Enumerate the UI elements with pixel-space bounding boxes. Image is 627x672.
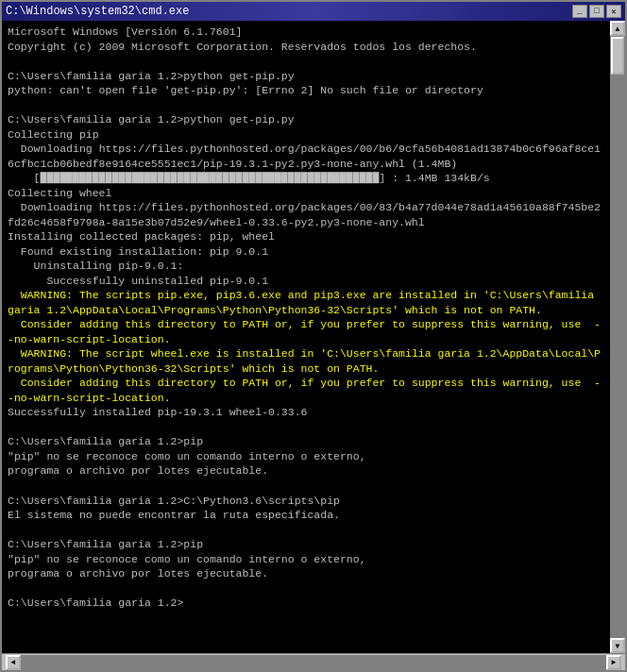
h-scrollbar-track[interactable] <box>21 655 606 670</box>
console-line: WARNING: The scripts pip.exe, pip3.6.exe… <box>8 289 601 316</box>
console-line: El sistema no puede encontrar la ruta es… <box>8 509 340 521</box>
console-line: Collecting wheel <box>8 187 111 199</box>
close-button[interactable]: ✕ <box>606 5 621 18</box>
console-line: Successfully uninstalled pip-9.0.1 <box>8 275 268 287</box>
console-line: python: can't open file 'get-pip.py': [E… <box>8 84 483 96</box>
minimize-button[interactable]: _ <box>572 5 587 18</box>
window-controls: _ □ ✕ <box>572 5 621 18</box>
console-line: C:\Users\familia garia 1.2>python get-pi… <box>8 70 295 82</box>
console-line: Microsoft Windows [Versión 6.1.7601] <box>8 25 242 38</box>
console-line: C:\Users\familia garia 1.2>python get-pi… <box>8 113 295 126</box>
scroll-left-button[interactable]: ◄ <box>6 655 21 670</box>
scroll-right-button[interactable]: ► <box>606 655 621 670</box>
console-line: Consider adding this directory to PATH o… <box>8 318 601 345</box>
console-line: programa o archivo por lotes ejecutable. <box>8 567 268 580</box>
title-bar: C:\Windows\system32\cmd.exe _ □ ✕ <box>2 2 625 21</box>
scroll-down-button[interactable]: ▼ <box>610 638 625 653</box>
console-line: Found existing installation: pip 9.0.1 <box>8 245 268 258</box>
console-line: "pip" no se reconoce como un comando int… <box>8 553 366 565</box>
console-line: Uninstalling pip-9.0.1: <box>8 260 183 272</box>
console-line: Copyright (c) 2009 Microsoft Corporation… <box>8 41 477 53</box>
window-title: C:\Windows\system32\cmd.exe <box>6 5 572 18</box>
console-line: Installing collected packages: pip, whee… <box>8 230 275 243</box>
scrollbar-thumb[interactable] <box>611 37 624 75</box>
console-line: Downloading https://files.pythonhosted.o… <box>8 143 601 170</box>
console-line: WARNING: The script wheel.exe is install… <box>8 347 601 375</box>
console-line: "pip" no se reconoce como un comando int… <box>8 450 366 462</box>
console-line: Downloading https://files.pythonhosted.o… <box>8 201 601 228</box>
console-line: C:\Users\familia garia 1.2>C:\Python3.6\… <box>8 495 340 507</box>
console-line: Collecting pip <box>8 128 99 141</box>
console-line: C:\Users\familia garia 1.2>pip <box>8 435 203 447</box>
console-line: Consider adding this directory to PATH o… <box>8 377 601 404</box>
bottom-bar: ◄ ► <box>2 653 625 670</box>
console-line: [███████████████████████████████████████… <box>8 172 490 184</box>
console-text-content: Microsoft Windows [Versión 6.1.7601] Cop… <box>8 25 606 611</box>
console-line: programa o archivo por lotes ejecutable. <box>8 464 268 477</box>
scroll-up-button[interactable]: ▲ <box>610 21 625 36</box>
cmd-window: C:\Windows\system32\cmd.exe _ □ ✕ Micros… <box>0 0 627 672</box>
console-line: C:\Users\familia garia 1.2> <box>8 596 183 609</box>
scrollbar-track[interactable] <box>610 36 625 638</box>
console-output: Microsoft Windows [Versión 6.1.7601] Cop… <box>2 21 625 653</box>
maximize-button[interactable]: □ <box>589 5 604 18</box>
vertical-scrollbar[interactable]: ▲ ▼ <box>610 21 625 653</box>
horizontal-scrollbar[interactable]: ◄ ► <box>6 655 621 670</box>
console-line: Successfully installed pip-19.3.1 wheel-… <box>8 406 307 418</box>
console-line: C:\Users\familia garia 1.2>pip <box>8 538 203 550</box>
